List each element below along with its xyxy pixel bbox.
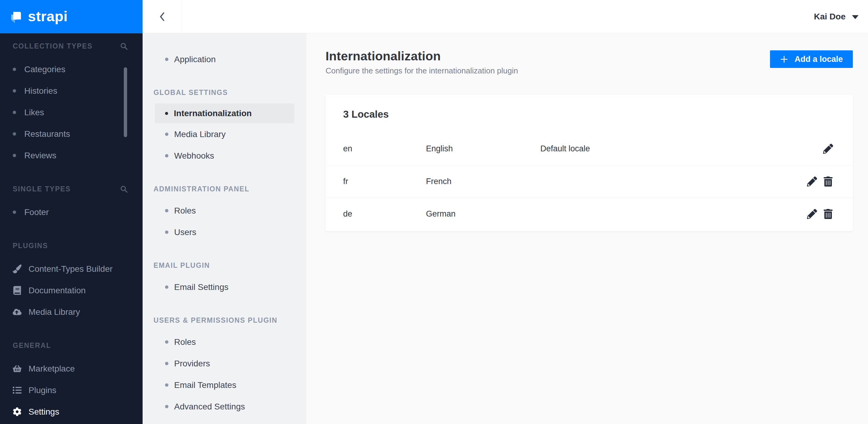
subnav-item-internationalization[interactable]: Internationalization xyxy=(155,103,294,124)
bullet-icon xyxy=(13,132,16,136)
sidebar-item-categories[interactable]: Categories xyxy=(0,59,143,80)
subnav-section-application: Application xyxy=(143,48,306,70)
trash-icon xyxy=(823,209,833,219)
sidebar-item-reviews[interactable]: Reviews xyxy=(0,145,143,166)
locale-name: French xyxy=(426,177,540,186)
general-heading: GENERAL xyxy=(13,341,51,350)
sidebar-item-histories[interactable]: Histories xyxy=(0,80,143,102)
search-icon[interactable] xyxy=(120,185,128,193)
bullet-icon xyxy=(165,112,168,115)
cloud-upload-icon xyxy=(13,307,22,316)
sidebar-item-plugins[interactable]: Plugins xyxy=(0,380,143,401)
page-title: Internationalization xyxy=(326,49,518,63)
caret-down-icon xyxy=(852,15,859,19)
subnav-section-users-permissions-plugin: USERS & PERMISSIONS PLUGIN Roles Provide… xyxy=(143,316,306,417)
list-icon xyxy=(13,386,22,395)
bullet-icon xyxy=(13,111,16,114)
strapi-logo-text: strapi xyxy=(28,8,68,25)
users-permissions-heading: USERS & PERMISSIONS PLUGIN xyxy=(154,316,306,325)
search-icon[interactable] xyxy=(120,42,128,50)
back-button[interactable] xyxy=(143,0,182,33)
bullet-icon xyxy=(13,154,16,157)
sidebar-item-settings[interactable]: Settings xyxy=(0,401,143,422)
sidebar-item-restaurants[interactable]: Restaurants xyxy=(0,123,143,145)
right-pane: Kai Doe Application GLOBAL SETTINGS Inte… xyxy=(143,0,868,424)
sidebar-item-footer[interactable]: Footer xyxy=(0,201,143,223)
title-block: Internationalization Configure the setti… xyxy=(326,49,518,75)
subnav-item-up-providers[interactable]: Providers xyxy=(155,353,294,374)
plus-icon xyxy=(780,55,788,63)
locale-code: de xyxy=(343,209,426,219)
bullet-icon xyxy=(165,154,168,157)
sidebar-item-media-library[interactable]: Media Library xyxy=(0,301,143,323)
section-single-types: SINGLE TYPES Footer xyxy=(0,166,143,223)
single-types-heading: SINGLE TYPES xyxy=(13,185,71,193)
locale-code: fr xyxy=(343,177,426,186)
edit-locale-button[interactable] xyxy=(806,208,818,220)
paint-brush-icon xyxy=(13,264,22,273)
locales-card-heading: 3 Locales xyxy=(326,95,853,120)
bullet-icon xyxy=(165,405,168,408)
bullet-icon xyxy=(13,68,16,71)
subnav-item-up-email-templates[interactable]: Email Templates xyxy=(155,374,294,396)
user-menu[interactable]: Kai Doe xyxy=(814,12,859,22)
email-plugin-heading: EMAIL PLUGIN xyxy=(154,261,306,270)
main-content: Internationalization Configure the setti… xyxy=(306,33,868,424)
add-locale-button[interactable]: Add a locale xyxy=(770,50,853,68)
locales-table: en English Default locale fr French xyxy=(326,133,853,230)
subnav-item-media-library[interactable]: Media Library xyxy=(155,124,294,145)
edit-locale-button[interactable] xyxy=(806,175,818,188)
subnav-item-admin-users[interactable]: Users xyxy=(155,221,294,243)
strapi-logo-icon xyxy=(9,10,23,24)
subnav-section-administration-panel: ADMINISTRATION PANEL Roles Users xyxy=(143,185,306,243)
basket-icon xyxy=(13,364,22,373)
main-sidebar: strapi COLLECTION TYPES Categories Histo… xyxy=(0,0,143,424)
bullet-icon xyxy=(165,230,168,234)
edit-locale-button[interactable] xyxy=(822,143,834,155)
section-general: GENERAL Marketplace Plugins Settings xyxy=(0,323,143,422)
delete-locale-button[interactable] xyxy=(822,175,834,188)
page-subtitle: Configure the settings for the internati… xyxy=(326,66,518,75)
bullet-icon xyxy=(165,285,168,289)
subnav-item-webhooks[interactable]: Webhooks xyxy=(155,145,294,166)
bullet-icon xyxy=(165,383,168,387)
pencil-icon xyxy=(807,209,817,219)
table-row-fr[interactable]: fr French xyxy=(326,165,853,197)
row-actions xyxy=(822,143,834,155)
administration-panel-heading: ADMINISTRATION PANEL xyxy=(154,185,306,194)
bullet-icon xyxy=(165,133,168,136)
trash-icon xyxy=(823,176,833,187)
subnav-item-up-advanced-settings[interactable]: Advanced Settings xyxy=(155,396,294,417)
delete-locale-button[interactable] xyxy=(822,208,834,220)
sidebar-scrollbar[interactable] xyxy=(124,67,127,137)
strapi-logo[interactable]: strapi xyxy=(0,0,143,33)
sidebar-item-documentation[interactable]: Documentation xyxy=(0,280,143,301)
locale-name: English xyxy=(426,144,540,154)
sidebar-item-marketplace[interactable]: Marketplace xyxy=(0,358,143,380)
subnav-item-admin-roles[interactable]: Roles xyxy=(155,200,294,221)
table-row-en[interactable]: en English Default locale xyxy=(326,133,853,165)
table-row-de[interactable]: de German xyxy=(326,197,853,230)
sidebar-scroll-area: COLLECTION TYPES Categories Histories Li… xyxy=(0,33,143,422)
subnav-item-email-settings[interactable]: Email Settings xyxy=(155,276,294,298)
subnav-item-up-roles[interactable]: Roles xyxy=(155,331,294,353)
collection-types-heading: COLLECTION TYPES xyxy=(13,42,93,50)
subnav-item-application[interactable]: Application xyxy=(155,48,294,70)
subnav-section-email-plugin: EMAIL PLUGIN Email Settings xyxy=(143,261,306,298)
sidebar-item-content-types-builder[interactable]: Content-Types Builder xyxy=(0,258,143,280)
subnav-section-global-settings: GLOBAL SETTINGS Internationalization Med… xyxy=(143,88,306,166)
settings-subnav: Application GLOBAL SETTINGS Internationa… xyxy=(143,33,306,424)
sidebar-item-likes[interactable]: Likes xyxy=(0,102,143,123)
user-name: Kai Doe xyxy=(814,12,845,22)
locale-code: en xyxy=(343,144,426,154)
row-actions xyxy=(806,175,834,188)
bullet-icon xyxy=(165,209,168,212)
row-actions xyxy=(806,208,834,220)
pencil-icon xyxy=(807,176,817,187)
bullet-icon xyxy=(165,340,168,344)
gear-icon xyxy=(13,407,22,416)
locales-card: 3 Locales en English Default locale xyxy=(326,95,853,231)
global-settings-heading: GLOBAL SETTINGS xyxy=(154,88,306,97)
content-header: Internationalization Configure the setti… xyxy=(326,49,853,75)
plugins-heading: PLUGINS xyxy=(13,242,48,250)
